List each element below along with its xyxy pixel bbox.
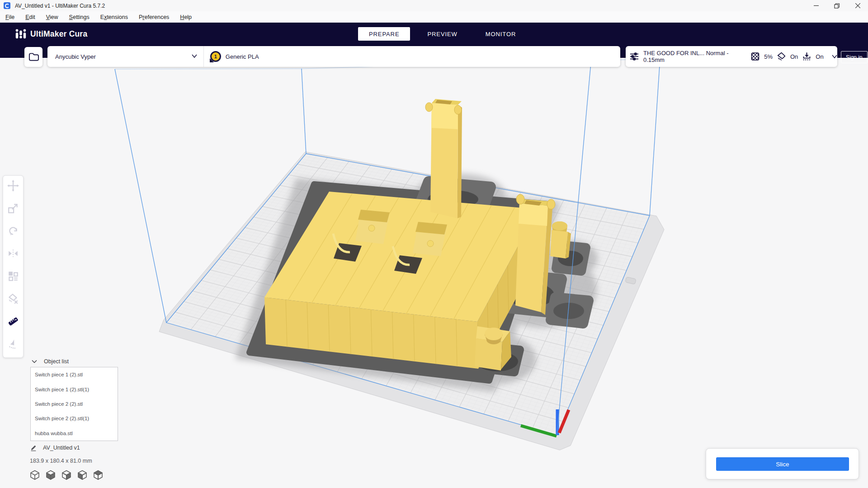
object-list-item[interactable]: hubba wubba.stl [31,426,118,441]
window-title: AV_Untitled v1 - UltiMaker Cura 5.7.2 [15,3,105,9]
cube-3d-view-icon [29,469,40,480]
per-model-settings-button[interactable] [7,270,19,282]
menu-settings[interactable]: Settings [69,14,90,20]
cube-top-view-icon [61,469,72,480]
tab-preview[interactable]: PREVIEW [416,27,468,41]
brand-name: UltiMaker Cura [30,29,87,39]
adhesion-value: On [816,53,823,60]
cube-left-view-icon [77,469,88,480]
viewport-3d[interactable] [0,57,868,488]
menu-preferences[interactable]: Preferences [139,14,169,20]
restore-button[interactable] [826,0,847,11]
view-3d-button[interactable] [29,469,41,481]
sign-in-button[interactable]: Sign in [841,51,868,63]
support-blocker-button[interactable] [7,292,19,305]
close-button[interactable] [847,0,868,11]
chevron-down-icon[interactable] [831,54,837,59]
printer-selector[interactable]: Anycubic Vyper [55,53,96,60]
custom-supports-button[interactable] [7,338,19,350]
support-value: On [790,53,798,60]
rename-pencil-icon[interactable] [30,444,37,451]
extruder-1-badge[interactable]: 1 [210,51,221,62]
view-front-button[interactable] [45,469,57,481]
model-dimensions: 183.9 x 180.4 x 81.0 mm [30,458,92,464]
stage-tabs: PREPARE PREVIEW MONITOR [358,27,527,41]
close-icon [855,3,860,8]
minimize-button[interactable] [806,0,826,11]
tool-panel [3,175,24,358]
menu-view[interactable]: View [46,14,58,20]
adhesion-icon [802,52,811,61]
action-panel: Slice [706,448,859,479]
infill-value: 5% [764,53,773,60]
extruder-number: 1 [214,54,217,59]
open-file-button[interactable] [24,47,42,67]
mirror-tool-button[interactable] [7,247,19,260]
support-icon [777,52,786,61]
minimize-icon [814,3,819,8]
per-model-settings-icon [7,270,19,282]
folder-icon [28,52,39,61]
cube-right-view-icon [93,469,104,480]
object-list: Switch piece 1 (2).stl Switch piece 1 (2… [30,367,118,441]
title-bar: AV_Untitled v1 - UltiMaker Cura 5.7.2 [0,0,868,12]
print-settings-bar[interactable]: THE GOOD FOR INL... Normal - 0.15mm 5% O… [626,46,837,67]
project-name[interactable]: AV_Untitled v1 [43,445,80,451]
chevron-down-icon [32,360,37,363]
slice-button[interactable]: Slice [716,457,849,471]
brand: UltiMaker Cura [15,29,87,39]
custom-supports-icon [7,338,19,350]
measure-tool-button[interactable] [7,315,19,328]
scale-tool-button[interactable] [7,202,19,215]
menu-extensions[interactable]: Extensions [100,14,128,20]
object-list-header[interactable]: Object list [32,358,69,365]
move-tool-button[interactable] [7,179,19,192]
menu-help[interactable]: Help [180,14,192,20]
tab-monitor[interactable]: MONITOR [475,27,527,41]
printer-material-bar: Anycubic Vyper 1 Generic PLA [47,46,620,67]
sliders-icon [629,52,639,61]
measure-ruler-icon [7,315,19,327]
material-selector[interactable]: Generic PLA [226,53,259,60]
view-left-button[interactable] [76,469,88,481]
object-list-item[interactable]: Switch piece 2 (2).stl [31,397,118,411]
move-icon [7,180,19,192]
object-list-item[interactable]: Switch piece 1 (2).stl [31,367,118,382]
object-list-item[interactable]: Switch piece 1 (2).stl(1) [31,382,118,396]
chevron-down-icon[interactable] [191,54,198,58]
restore-icon [834,3,840,9]
menu-file[interactable]: File [5,14,14,20]
model-switch-piece-tower-back[interactable] [425,99,462,218]
divider [203,46,204,67]
menu-bar: File Edit View Settings Extensions Prefe… [0,11,868,23]
app-icon [4,2,10,9]
cube-front-view-icon [45,469,56,480]
scale-icon [7,202,19,214]
camera-view-presets [29,469,104,481]
view-top-button[interactable] [61,469,72,481]
view-right-button[interactable] [92,469,104,481]
print-settings-summary: THE GOOD FOR INL... Normal - 0.15mm [643,50,746,63]
ultimaker-logo-icon [15,29,26,39]
rotate-icon [7,225,19,237]
object-list-item[interactable]: Switch piece 2 (2).stl(1) [31,411,118,426]
support-blocker-icon [7,293,19,305]
tab-prepare[interactable]: PREPARE [358,27,410,41]
object-list-title: Object list [44,358,69,365]
rotate-tool-button[interactable] [7,225,19,237]
infill-icon [750,52,760,61]
menu-edit[interactable]: Edit [25,14,35,20]
mirror-icon [7,248,19,259]
